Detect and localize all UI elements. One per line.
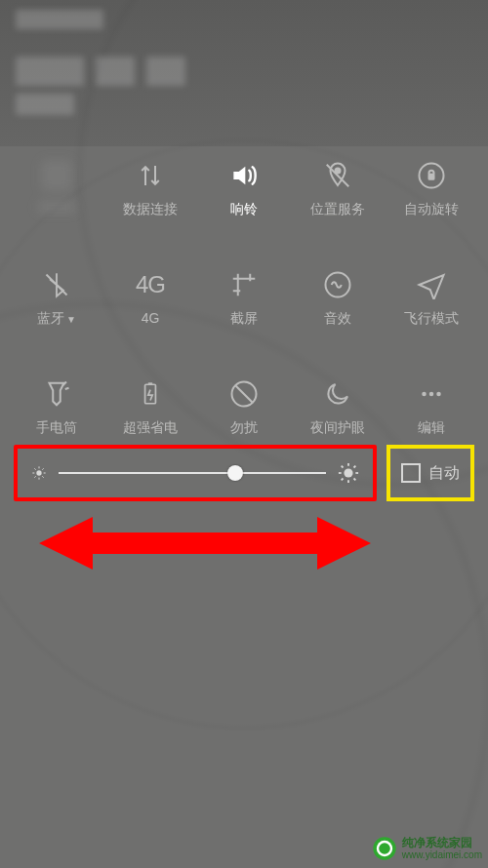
svg-point-9	[422, 392, 427, 397]
tile-label: 自动旋转	[404, 201, 459, 218]
watermark-logo-icon	[371, 835, 398, 862]
volume-icon	[228, 156, 260, 195]
svg-point-10	[429, 392, 434, 397]
brightness-high-icon	[338, 462, 359, 484]
svg-line-26	[342, 466, 344, 468]
svg-rect-6	[145, 384, 156, 404]
screenshot-icon	[229, 265, 259, 304]
watermark-title: 纯净系统家园	[402, 837, 482, 849]
svg-marker-30	[39, 517, 371, 570]
tile-label: 蓝牙▼	[37, 310, 76, 328]
svg-line-27	[354, 479, 356, 481]
tile-label: 截屏	[230, 310, 258, 328]
tile-4g[interactable]: 4G 4G	[103, 265, 197, 353]
tile-label: 飞行模式	[404, 310, 459, 328]
auto-brightness-label: 自动	[428, 463, 460, 484]
svg-point-12	[36, 470, 41, 475]
chevron-down-icon: ▼	[66, 314, 76, 325]
brightness-slider-highlight	[14, 445, 377, 501]
tile-label: 音效	[324, 310, 351, 328]
brightness-low-icon	[31, 465, 47, 481]
svg-line-19	[34, 476, 35, 477]
annotation-arrow	[39, 509, 371, 577]
tile-label: 4G	[142, 310, 160, 326]
flashlight-icon	[42, 375, 71, 414]
airplane-icon	[417, 265, 446, 304]
brightness-slider[interactable]	[59, 472, 326, 474]
tile-label: 位置服务	[310, 201, 365, 218]
4g-icon: 4G	[136, 265, 165, 304]
dnd-icon	[229, 375, 259, 414]
lock-rotate-icon	[417, 156, 446, 195]
svg-point-5	[326, 273, 350, 297]
tile-sound-effects[interactable]: 音效	[291, 265, 385, 353]
tile-label: 勿扰	[230, 419, 258, 437]
quick-settings-grid: 数据连接 响铃 位置服务 自	[0, 146, 488, 462]
svg-point-0	[336, 169, 341, 174]
tile-label: 响铃	[230, 201, 258, 218]
bluetooth-off-icon	[43, 265, 70, 304]
tile-screenshot[interactable]: 截屏	[197, 265, 291, 353]
sound-effects-icon	[323, 265, 352, 304]
status-bar	[0, 0, 488, 146]
svg-rect-3	[429, 175, 434, 179]
svg-line-28	[342, 479, 344, 481]
svg-line-29	[354, 466, 356, 468]
tile-label: 编辑	[418, 419, 445, 437]
tile-bluetooth[interactable]: 蓝牙▼	[10, 265, 103, 353]
more-icon	[417, 375, 446, 414]
tile-auto-rotate[interactable]: 自动旋转	[385, 156, 478, 244]
mobile-data-icon	[136, 156, 165, 195]
watermark-url: www.yidaimei.com	[402, 849, 482, 860]
battery-saver-icon	[138, 375, 163, 414]
tile-location[interactable]: 位置服务	[291, 156, 385, 244]
tile-label: 超强省电	[123, 419, 178, 437]
tile-airplane[interactable]: 飞行模式	[385, 265, 478, 353]
svg-line-20	[42, 468, 43, 469]
svg-line-18	[42, 476, 43, 477]
tile-label: 数据连接	[123, 201, 178, 218]
wifi-icon	[41, 156, 72, 195]
svg-point-21	[344, 468, 352, 477]
moon-icon	[323, 375, 352, 414]
auto-brightness-highlight: 自动	[386, 445, 474, 501]
watermark: 纯净系统家园 www.yidaimei.com	[371, 835, 482, 862]
tile-wifi[interactable]	[10, 156, 103, 244]
brightness-row: 自动	[0, 445, 488, 501]
tile-ring[interactable]: 响铃	[197, 156, 291, 244]
auto-brightness-checkbox[interactable]	[401, 463, 421, 483]
svg-point-11	[436, 392, 441, 397]
tile-mobile-data[interactable]: 数据连接	[103, 156, 197, 244]
svg-line-17	[34, 468, 35, 469]
tile-label: 夜间护眼	[310, 419, 365, 437]
svg-line-8	[235, 385, 253, 403]
location-off-icon	[323, 156, 352, 195]
brightness-slider-thumb[interactable]	[227, 465, 243, 481]
tile-label: 手电筒	[36, 419, 77, 437]
